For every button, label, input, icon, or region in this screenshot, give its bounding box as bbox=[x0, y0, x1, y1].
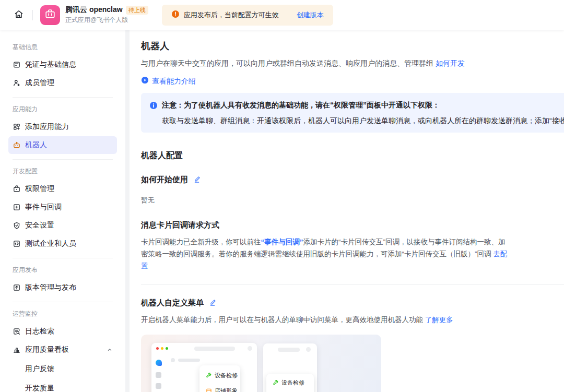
how-to-start-value: 暂无 bbox=[141, 196, 564, 205]
edit-custom-menu-button[interactable] bbox=[209, 298, 217, 308]
robot-icon bbox=[13, 141, 21, 149]
card-callback-description: 卡片回调能力已全新升级，你可以前往“事件与回调”添加卡片的“卡片回传交互”回调，… bbox=[141, 236, 510, 272]
home-button[interactable] bbox=[10, 7, 27, 23]
sidebar-item-events[interactable]: 事件与回调 bbox=[8, 198, 117, 216]
play-circle-icon[interactable] bbox=[141, 76, 149, 86]
sidebar: 基础信息 凭证与基础信息 成员管理 应用能力 bbox=[0, 30, 125, 392]
mock-titlebar-circle bbox=[248, 346, 252, 351]
edit-how-to-start-button[interactable] bbox=[193, 175, 202, 185]
warning-icon bbox=[171, 10, 180, 20]
event-callback-icon bbox=[13, 203, 21, 211]
learn-more-link[interactable]: 了解更多 bbox=[425, 316, 453, 324]
sidebar-section-release: 应用发布 bbox=[8, 266, 117, 275]
app-logo bbox=[40, 5, 60, 25]
bot-config-title: 机器人配置 bbox=[141, 150, 564, 161]
sidebar-item-bot[interactable]: 机器人 bbox=[8, 136, 117, 154]
card-callback-title: 消息卡片回调请求方式 bbox=[141, 220, 564, 230]
mock-titlebar-pill bbox=[278, 348, 300, 352]
bot-menu-preview-illustration: 设备检修 店铺形象 bbox=[141, 335, 381, 392]
app-info: 腾讯云 openclaw 待上线 正式应用@飞书个人版 bbox=[40, 5, 148, 25]
mock-titlebar-pill bbox=[194, 347, 235, 351]
sidebar-item-log-search[interactable]: 日志检索 bbox=[8, 323, 117, 340]
how-to-start-row: 如何开始使用 bbox=[141, 175, 564, 185]
mobile-mock-window: 设备检修 店铺形象 bbox=[263, 343, 317, 392]
menu-item-device-repair: 设备检修 bbox=[199, 372, 240, 379]
how-to-start-label: 如何开始使用 bbox=[141, 175, 188, 185]
sidebar-section-dev-config: 开发配置 bbox=[8, 167, 117, 176]
app-subtitle: 正式应用@飞书个人版 bbox=[65, 16, 148, 25]
permission-notice: 注意：为了使机器人具有收发消息的基础功能，请在“权限管理”面板中开通以下权限： … bbox=[141, 93, 564, 133]
pencil-icon bbox=[209, 298, 217, 308]
app-name: 腾讯云 openclaw bbox=[65, 5, 123, 15]
wrench-icon bbox=[273, 379, 279, 387]
sidebar-subitem-user-feedback[interactable]: 用户反馈 bbox=[8, 359, 117, 378]
mock-sidebar-rail bbox=[151, 353, 166, 392]
sidebar-item-members[interactable]: 成员管理 bbox=[8, 74, 117, 92]
page-description: 与用户在聊天中交互的应用，可以向用户或群组自动发送消息、响应用户的消息、管理群组… bbox=[141, 59, 564, 68]
menu-item-store-image: 店铺形象 bbox=[199, 387, 240, 392]
sidebar-item-credentials[interactable]: 凭证与基础信息 bbox=[8, 56, 117, 74]
sidebar-item-add-capability[interactable]: 添加应用能力 bbox=[8, 118, 117, 136]
status-badge: 待上线 bbox=[126, 6, 148, 15]
main-content: 机器人 与用户在聊天中交互的应用，可以向用户或群组自动发送消息、响应用户的消息、… bbox=[130, 30, 564, 392]
sidebar-item-quality-dashboard[interactable]: 应用质量看板 bbox=[8, 341, 117, 359]
topbar: 腾讯云 openclaw 待上线 正式应用@飞书个人版 应用发布后，当前配置方可… bbox=[0, 0, 564, 30]
sidebar-section-monitoring: 运营监控 bbox=[8, 310, 117, 318]
mock-avatar bbox=[171, 358, 175, 362]
create-version-link[interactable]: 创建版本 bbox=[297, 10, 324, 20]
test-users-icon bbox=[13, 240, 21, 248]
capability-intro-row: 查看能力介绍 bbox=[141, 76, 564, 86]
wrench-icon bbox=[206, 372, 212, 379]
custom-menu-title: 机器人自定义菜单 bbox=[141, 298, 204, 308]
log-search-icon bbox=[13, 327, 21, 336]
section-divider bbox=[141, 284, 564, 284]
quality-dashboard-icon bbox=[13, 346, 21, 354]
notice-line2: 获取与发送单聊、群组消息：开通该权限后，机器人可以向用户发送单聊消息，或向机器人… bbox=[149, 114, 564, 127]
sidebar-item-version-release[interactable]: 版本管理与发布 bbox=[8, 279, 117, 296]
sidebar-item-security[interactable]: 安全设置 bbox=[8, 217, 117, 234]
sidebar-divider bbox=[13, 302, 113, 302]
capability-intro-link[interactable]: 查看能力介绍 bbox=[152, 77, 196, 86]
bot-menu-popup: 设备检修 店铺形象 bbox=[266, 374, 314, 392]
sidebar-divider bbox=[13, 97, 113, 98]
page-title: 机器人 bbox=[141, 40, 564, 52]
home-icon bbox=[14, 9, 24, 21]
sidebar-subitem-dev-quality[interactable]: 开发质量 bbox=[8, 378, 117, 392]
storefront-icon bbox=[206, 387, 212, 392]
info-icon bbox=[149, 101, 158, 113]
security-icon bbox=[13, 221, 21, 230]
add-capability-icon bbox=[13, 123, 21, 131]
member-icon bbox=[13, 79, 21, 87]
publish-banner: 应用发布后，当前配置方可生效 创建版本 bbox=[162, 5, 333, 26]
desktop-mock-window: 设备检修 店铺形象 bbox=[151, 343, 257, 392]
sidebar-item-test-users[interactable]: 测试企业和人员 bbox=[8, 235, 117, 253]
sidebar-divider bbox=[13, 258, 113, 258]
custom-menu-description: 开启机器人菜单能力后，用户可以在与机器人的单聊中访问菜单，更高效地使用机器人功能… bbox=[141, 314, 510, 326]
sidebar-divider bbox=[13, 159, 113, 160]
sidebar-section-basic-info: 基础信息 bbox=[8, 43, 117, 52]
custom-menu-title-row: 机器人自定义菜单 bbox=[141, 298, 564, 308]
banner-text: 应用发布后，当前配置方可生效 bbox=[184, 10, 279, 20]
pencil-icon bbox=[193, 175, 202, 185]
topbar-divider bbox=[32, 10, 33, 20]
bot-menu-popup: 设备检修 店铺形象 bbox=[199, 365, 240, 392]
notice-line1: 注意：为了使机器人具有收发消息的基础功能，请在“权限管理”面板中开通以下权限： bbox=[162, 99, 440, 111]
credential-icon bbox=[13, 61, 21, 69]
how-to-develop-link[interactable]: 如何开发 bbox=[436, 59, 465, 67]
briefcase-icon bbox=[44, 8, 56, 22]
permission-icon bbox=[13, 185, 21, 193]
events-callback-link[interactable]: “事件与回调” bbox=[261, 238, 303, 246]
menu-item-device-repair: 设备检修 bbox=[266, 379, 314, 387]
chevron-up-icon bbox=[107, 347, 113, 353]
messenger-icon bbox=[156, 360, 162, 366]
release-icon bbox=[13, 283, 21, 292]
sidebar-content-gutter bbox=[125, 30, 130, 392]
sidebar-section-capabilities: 应用能力 bbox=[8, 105, 117, 114]
sidebar-item-permissions[interactable]: 权限管理 bbox=[8, 180, 117, 198]
traffic-lights-icon bbox=[156, 347, 168, 350]
mock-titlebar-circle bbox=[306, 347, 311, 352]
mock-chat-title bbox=[178, 359, 200, 362]
